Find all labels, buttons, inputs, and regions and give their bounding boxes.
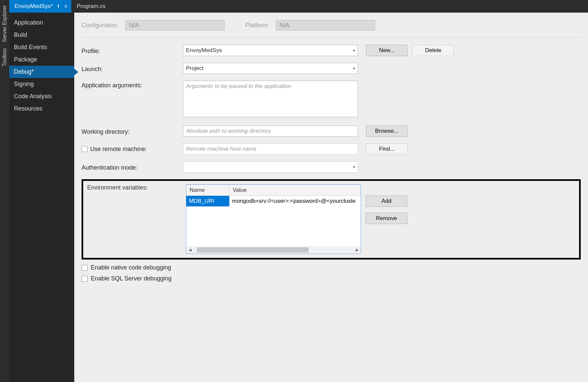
application-arguments-input[interactable] [183,81,358,117]
scroll-thumb[interactable] [197,247,309,253]
auth-row: Authentication mode: ▾ [82,161,581,173]
find-button[interactable]: Find... [366,143,408,155]
sidebar-item-build-events[interactable]: Build Events [9,41,74,53]
remote-row: Use remote machine: Find... [82,143,581,155]
tab-envoymedsys[interactable]: EnvoyMedSys* ✕ [9,0,71,13]
chevron-down-icon: ▾ [369,22,372,29]
configuration-select: N/A ▾ [125,20,225,31]
configuration-label: Configuration: [82,22,119,29]
configuration-value: N/A [129,22,139,29]
sidebar-item-debug[interactable]: Debug* [9,66,74,78]
table-row[interactable]: MDB_URI [186,196,361,206]
chevron-down-icon: ▾ [218,22,221,29]
sidebar-item-package[interactable]: Package [9,53,74,66]
native-debug-label: Enable native code debugging [91,264,171,271]
tool-strip: Server Explorer Toolbox [0,0,9,382]
env-value-input[interactable] [232,198,358,204]
main-column: EnvoyMedSys* ✕ Program.cs Application Bu… [9,0,588,382]
appargs-row: Application arguments: [82,81,581,119]
scroll-right-icon[interactable]: ▶ [353,246,361,254]
auth-label: Authentication mode: [82,163,180,171]
config-platform-row: Configuration: N/A ▾ Platform: N/A ▾ [82,20,581,38]
sidebar-item-signing[interactable]: Signing [9,78,74,90]
remote-machine-label: Use remote machine: [90,146,147,153]
scroll-track[interactable] [194,246,353,254]
env-table-header: Name Value [186,185,361,196]
scroll-left-icon[interactable]: ◀ [186,246,194,254]
launch-label: Launch: [82,64,180,73]
tab-label: EnvoyMedSys* [15,3,53,10]
env-header-value[interactable]: Value [229,185,361,195]
env-row-value[interactable] [229,196,361,206]
launch-row: Launch: Project ▾ [82,63,581,74]
tool-strip-toolbox[interactable]: Toolbox [2,48,8,66]
tool-strip-server-explorer[interactable]: Server Explorer [2,5,8,42]
property-sidebar: Application Build Build Events Package D… [9,13,74,382]
tab-program-cs[interactable]: Program.cs [71,0,109,13]
tab-label: Program.cs [77,3,105,10]
editor-row: Application Build Build Events Package D… [9,13,588,382]
horizontal-scrollbar[interactable]: ◀ ▶ [186,246,361,254]
delete-profile-button[interactable]: Delete [412,45,454,56]
workdir-row: Working directory: Browse... [82,125,581,137]
env-vars-highlight: Environment variables: Name Value MDB_UR… [82,179,581,260]
close-icon[interactable]: ✕ [64,4,68,9]
env-row-name[interactable]: MDB_URI [186,196,229,206]
workdir-label: Working directory: [82,127,180,135]
chevron-down-icon: ▾ [353,66,355,71]
profile-row: Profile: EnvoyMedSys ▾ New... Delete [82,45,581,56]
working-directory-input[interactable] [183,125,358,137]
profile-label: Profile: [82,46,180,55]
sidebar-item-application[interactable]: Application [9,17,74,29]
auth-mode-select: ▾ [183,161,358,173]
debug-content: Configuration: N/A ▾ Platform: N/A ▾ Pro… [74,13,588,382]
profile-select[interactable]: EnvoyMedSys ▾ [183,45,358,56]
chevron-down-icon: ▾ [353,48,355,53]
platform-select: N/A ▾ [276,20,375,31]
sidebar-item-resources[interactable]: Resources [9,103,74,115]
platform-label: Platform: [245,22,269,29]
env-table-body: MDB_URI [186,196,361,246]
sql-debug-label: Enable SQL Server debugging [91,275,172,282]
remote-machine-checkbox[interactable] [82,146,88,152]
platform-value: N/A [279,22,289,29]
sidebar-item-build[interactable]: Build [9,29,74,41]
env-vars-table[interactable]: Name Value MDB_URI ◀ [186,184,361,254]
native-debug-checkbox[interactable] [82,265,88,271]
remove-env-button[interactable]: Remove [366,213,407,224]
launch-select[interactable]: Project ▾ [183,63,358,74]
remote-machine-input [183,143,358,155]
browse-button[interactable]: Browse... [366,125,408,137]
pin-icon[interactable] [56,4,61,9]
add-env-button[interactable]: Add [366,195,407,207]
chevron-down-icon: ▾ [353,165,355,169]
env-vars-label: Environment variables: [87,184,181,254]
sidebar-item-code-analysis[interactable]: Code Analysis [9,90,74,103]
launch-value: Project [186,65,204,72]
appargs-label: Application arguments: [82,81,180,89]
document-tab-bar: EnvoyMedSys* ✕ Program.cs [9,0,588,13]
profile-value: EnvoyMedSys [186,47,222,54]
new-profile-button[interactable]: New... [366,45,408,56]
env-header-name[interactable]: Name [186,185,229,195]
final-checks: Enable native code debugging Enable SQL … [82,264,581,282]
sql-debug-checkbox[interactable] [82,276,88,282]
